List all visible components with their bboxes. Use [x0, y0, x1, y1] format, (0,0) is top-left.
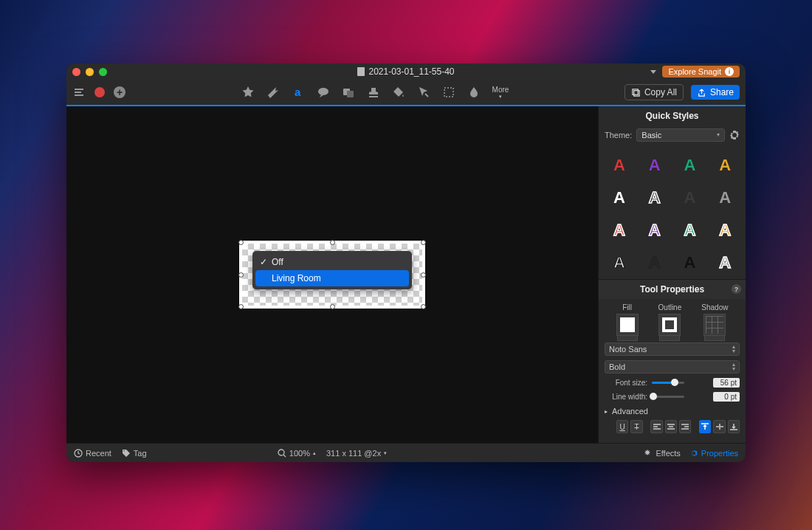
- quick-style-swatch[interactable]: A: [602, 247, 637, 279]
- properties-button[interactable]: Properties: [689, 449, 738, 458]
- shadow-label: Shadow: [701, 303, 728, 312]
- quick-style-swatch[interactable]: A: [602, 182, 637, 214]
- svg-text:a: a: [295, 86, 301, 98]
- filename-label: 2021-03-01_11-55-40: [368, 66, 454, 77]
- favorite-tool-icon[interactable]: [241, 86, 255, 99]
- resize-handle[interactable]: [421, 240, 426, 245]
- record-button[interactable]: [94, 87, 105, 97]
- titlebar: 2021-03-01_11-55-40 Explore Snagit i: [66, 63, 746, 80]
- quick-style-swatch[interactable]: A: [707, 214, 743, 247]
- fill-tool-icon[interactable]: [392, 86, 405, 99]
- text-format-row: U T: [599, 419, 746, 438]
- align-center-button[interactable]: [665, 420, 677, 433]
- svg-rect-5: [634, 90, 639, 95]
- triangle-right-icon: ▸: [605, 408, 608, 415]
- tag-button[interactable]: Tag: [122, 449, 147, 458]
- align-right-button[interactable]: [679, 420, 691, 433]
- resize-handle[interactable]: [330, 240, 335, 245]
- quick-style-swatch[interactable]: A: [707, 149, 743, 182]
- tool-properties-section: Tool Properties ? Fill Outline Shadow: [599, 279, 746, 438]
- quick-style-swatch[interactable]: A: [637, 182, 672, 214]
- fill-outline-shadow-row: Fill Outline Shadow: [599, 299, 746, 340]
- copy-all-button[interactable]: Copy All: [625, 84, 684, 100]
- underline-button[interactable]: U: [616, 420, 628, 433]
- strikethrough-button[interactable]: T: [630, 420, 642, 433]
- quick-style-swatch[interactable]: A: [672, 247, 708, 279]
- theme-row: Theme: Basic ▾: [599, 125, 746, 145]
- window-title: 2021-03-01_11-55-40: [66, 66, 746, 77]
- font-size-value[interactable]: 56 pt: [713, 378, 740, 388]
- gear-icon[interactable]: [729, 130, 740, 140]
- quick-style-swatch[interactable]: A: [672, 149, 708, 182]
- editor-window: 2021-03-01_11-55-40 Explore Snagit i + a: [66, 63, 746, 462]
- add-button[interactable]: +: [114, 86, 125, 98]
- quick-style-swatch[interactable]: A: [707, 247, 743, 279]
- menu-item-living-room[interactable]: Living Room: [255, 270, 409, 286]
- font-weight-select[interactable]: Bold ▴▾: [605, 360, 740, 374]
- quick-style-swatch[interactable]: A: [637, 247, 672, 279]
- quick-style-swatch[interactable]: A: [707, 182, 743, 214]
- valign-middle-button[interactable]: [713, 420, 725, 433]
- callout-tool-icon[interactable]: [317, 86, 330, 99]
- recent-button[interactable]: Recent: [74, 449, 111, 458]
- font-size-slider[interactable]: [652, 382, 684, 384]
- quick-styles-header: Quick Styles: [599, 106, 746, 125]
- resize-handle[interactable]: [421, 272, 426, 278]
- svg-rect-6: [633, 89, 638, 94]
- quick-style-swatch[interactable]: A: [637, 149, 672, 182]
- resize-handle[interactable]: [238, 240, 244, 245]
- line-width-value[interactable]: 0 pt: [713, 392, 740, 402]
- advanced-toggle[interactable]: ▸ Advanced: [599, 404, 746, 419]
- resize-handle[interactable]: [238, 304, 244, 309]
- stamp-tool-icon[interactable]: [367, 86, 380, 99]
- svg-rect-3: [347, 91, 354, 97]
- fill-label: Fill: [622, 303, 632, 312]
- text-tool-icon[interactable]: a: [292, 86, 305, 99]
- move-tool-icon[interactable]: [417, 86, 430, 99]
- blur-tool-icon[interactable]: [467, 86, 481, 99]
- effects-button[interactable]: Effects: [644, 449, 680, 458]
- resize-handle[interactable]: [238, 272, 244, 278]
- line-width-slider[interactable]: [652, 396, 684, 398]
- shadow-swatch[interactable]: [703, 314, 726, 336]
- tool-properties-header: Tool Properties ?: [599, 280, 746, 299]
- theme-label: Theme:: [605, 131, 632, 140]
- outline-swatch[interactable]: [658, 314, 681, 336]
- check-icon: ✓: [260, 257, 267, 267]
- menu-icon[interactable]: [72, 86, 86, 99]
- shape-tool-icon[interactable]: [342, 86, 355, 99]
- content-area: ✓ Off Living Room Quick Styles Theme: Ba…: [66, 106, 746, 443]
- more-tools-button[interactable]: More ▾: [492, 86, 509, 99]
- quick-styles-grid: AAAAAAAAAAAAAAAA: [599, 145, 746, 279]
- outline-label: Outline: [658, 303, 682, 312]
- selected-object[interactable]: ✓ Off Living Room: [239, 241, 425, 309]
- quick-style-swatch[interactable]: A: [602, 214, 637, 247]
- context-menu: ✓ Off Living Room: [252, 251, 412, 289]
- svg-point-8: [278, 450, 284, 455]
- font-family-select[interactable]: Noto Sans ▴▾: [605, 343, 740, 356]
- dimensions-label[interactable]: 311 x 111 @2x ▾: [326, 449, 387, 458]
- menu-item-off[interactable]: ✓ Off: [255, 254, 409, 270]
- side-panel: Quick Styles Theme: Basic ▾ AAAAAAAAAAAA…: [598, 106, 746, 443]
- chevron-down-icon: ▾: [717, 133, 720, 137]
- quick-style-swatch[interactable]: A: [672, 182, 708, 214]
- quick-style-swatch[interactable]: A: [602, 149, 637, 182]
- quick-style-swatch[interactable]: A: [672, 214, 708, 247]
- share-button[interactable]: Share: [691, 85, 740, 100]
- resize-handle[interactable]: [330, 304, 335, 309]
- valign-top-button[interactable]: [699, 420, 711, 433]
- align-left-button[interactable]: [650, 420, 662, 433]
- zoom-control[interactable]: 100% ▴: [278, 449, 316, 458]
- line-width-label: Line width:: [605, 393, 647, 401]
- canvas[interactable]: ✓ Off Living Room: [66, 106, 598, 443]
- help-icon[interactable]: ?: [732, 284, 741, 294]
- resize-handle[interactable]: [421, 304, 426, 309]
- selection-tool-icon[interactable]: [442, 86, 455, 99]
- quick-style-swatch[interactable]: A: [637, 214, 672, 247]
- svg-rect-4: [444, 88, 453, 97]
- svg-point-1: [318, 88, 328, 95]
- theme-select[interactable]: Basic ▾: [636, 128, 725, 142]
- valign-bottom-button[interactable]: [728, 420, 740, 433]
- arrow-tool-icon[interactable]: [266, 86, 280, 99]
- fill-swatch[interactable]: [616, 314, 639, 336]
